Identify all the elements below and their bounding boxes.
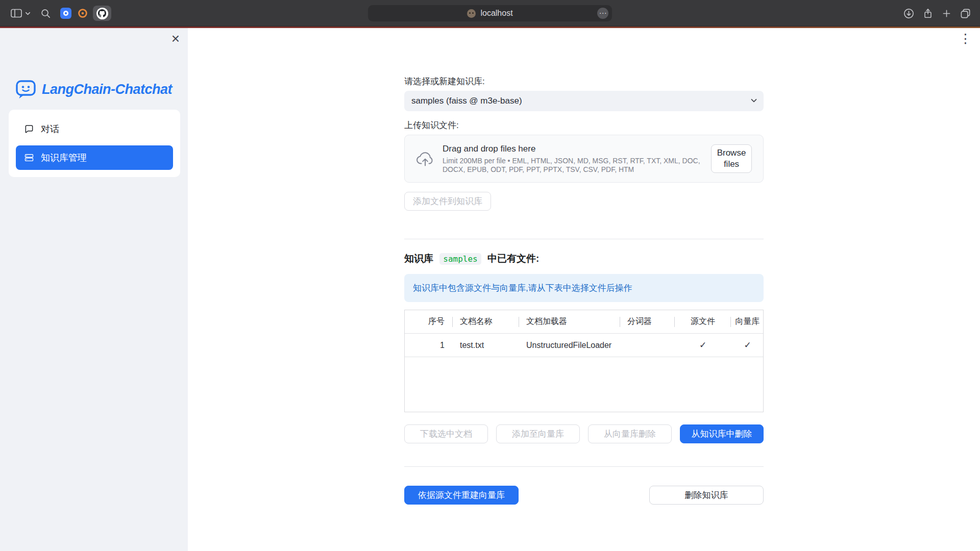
- url-text: localhost: [480, 9, 512, 18]
- app-menu-icon[interactable]: ⋮: [959, 31, 972, 46]
- sidebar-item-label: 知识库管理: [41, 152, 87, 164]
- main-content: 请选择或新建知识库: samples (faiss @ m3e-base) 上传…: [404, 27, 764, 505]
- chat-bubble-icon: [24, 124, 34, 134]
- delete-from-kb-button[interactable]: 从知识库中删除: [680, 424, 764, 443]
- column-header-source[interactable]: 源文件: [675, 310, 731, 333]
- browser-toolbar: localhost ⋯: [0, 0, 980, 27]
- divider: [404, 239, 764, 239]
- sidebar-item-kb-management[interactable]: 知识库管理: [16, 145, 173, 170]
- sidebar-nav: 对话 知识库管理: [9, 110, 180, 177]
- cell-index: 1: [405, 334, 453, 357]
- dropzone-title: Drag and drop files here: [443, 144, 703, 154]
- sidebar: × LangChain-Chatchat 对话: [0, 27, 188, 551]
- github-logo-icon: [96, 8, 108, 19]
- kb-selected-value: samples (faiss @ m3e-base): [411, 96, 522, 106]
- dropzone-limit: Limit 200MB per file • EML, HTML, JSON, …: [443, 157, 703, 174]
- kb-files-heading: 知识库 samples 中已有文件:: [404, 253, 764, 265]
- streamlit-decoration-bar: [0, 27, 980, 28]
- column-header-vector[interactable]: 向量库: [731, 310, 764, 333]
- download-selected-button[interactable]: 下载选中文档: [404, 424, 488, 443]
- table-header-row: 序号 文档名称 文档加载器 分词器 源文件 向量库: [405, 310, 763, 334]
- cell-filename: test.txt: [453, 334, 519, 357]
- kb-heading-suffix: 中已有文件:: [487, 253, 539, 264]
- address-bar[interactable]: localhost ⋯: [368, 5, 612, 21]
- cell-splitter: [620, 334, 675, 357]
- kb-actions-row: 依据源文件重建向量库 删除知识库: [404, 486, 764, 505]
- file-actions-row: 下载选中文档 添加至向量库 从向量库删除 从知识库中删除: [404, 424, 764, 443]
- kb-select-label: 请选择或新建知识库:: [404, 77, 764, 87]
- upload-cloud-icon: [416, 151, 434, 167]
- info-alert: 知识库中包含源文件与向量库,请从下表中选择文件后操作: [404, 274, 764, 302]
- add-files-to-kb-button[interactable]: 添加文件到知识库: [404, 192, 491, 211]
- cell-source-check: ✓: [675, 334, 731, 357]
- github-extension-icon[interactable]: [93, 6, 111, 21]
- cell-loader: UnstructuredFileLoader: [519, 334, 620, 357]
- kb-stack-icon: [24, 153, 34, 163]
- divider: [404, 466, 764, 467]
- upload-label: 上传知识文件:: [404, 120, 764, 131]
- extension-orange-icon[interactable]: [77, 8, 88, 19]
- sidebar-toggle-icon[interactable]: [10, 8, 22, 18]
- table-row[interactable]: 1 test.txt UnstructuredFileLoader ✓ ✓: [405, 334, 763, 357]
- add-to-vector-store-button[interactable]: 添加至向量库: [496, 424, 580, 443]
- sidebar-item-chat[interactable]: 对话: [16, 117, 173, 141]
- logo-chat-icon: [15, 79, 36, 99]
- kb-name-code: samples: [439, 253, 481, 265]
- app-logo: LangChain-Chatchat: [15, 79, 172, 99]
- file-dropzone[interactable]: Drag and drop files here Limit 200MB per…: [404, 135, 764, 183]
- rebuild-vector-store-button[interactable]: 依据源文件重建向量库: [404, 486, 519, 505]
- dropzone-text: Drag and drop files here Limit 200MB per…: [443, 144, 703, 174]
- files-table: 序号 文档名称 文档加载器 分词器 源文件 向量库 1 test.txt Uns…: [404, 310, 764, 412]
- downloads-icon[interactable]: [903, 8, 915, 19]
- sidebar-close-icon[interactable]: ×: [172, 31, 180, 47]
- extension-blue-icon[interactable]: [60, 8, 71, 19]
- page-settings-icon[interactable]: ⋯: [597, 8, 608, 19]
- column-header-filename[interactable]: 文档名称: [453, 310, 519, 333]
- sidebar-item-label: 对话: [41, 123, 59, 135]
- column-header-loader[interactable]: 文档加载器: [519, 310, 620, 333]
- logo-text: LangChain-Chatchat: [42, 82, 172, 97]
- kb-heading-prefix: 知识库: [404, 253, 433, 264]
- column-header-index[interactable]: 序号: [405, 310, 453, 333]
- new-tab-icon[interactable]: [941, 8, 952, 19]
- browse-files-button[interactable]: Browse files: [711, 144, 752, 173]
- kb-selectbox[interactable]: samples (faiss @ m3e-base): [404, 91, 764, 111]
- tab-overview-icon[interactable]: [960, 8, 971, 19]
- search-icon[interactable]: [40, 8, 51, 19]
- site-favicon: [467, 9, 476, 18]
- remove-from-vector-store-button[interactable]: 从向量库删除: [588, 424, 672, 443]
- app-page: × LangChain-Chatchat 对话: [0, 27, 980, 551]
- cell-vector-check: ✓: [731, 334, 764, 357]
- delete-kb-button[interactable]: 删除知识库: [649, 486, 764, 505]
- chevron-down-icon[interactable]: [749, 96, 758, 105]
- column-header-splitter[interactable]: 分词器: [620, 310, 675, 333]
- toolbar-chevron-down-icon[interactable]: [24, 10, 31, 17]
- share-icon[interactable]: [922, 8, 934, 19]
